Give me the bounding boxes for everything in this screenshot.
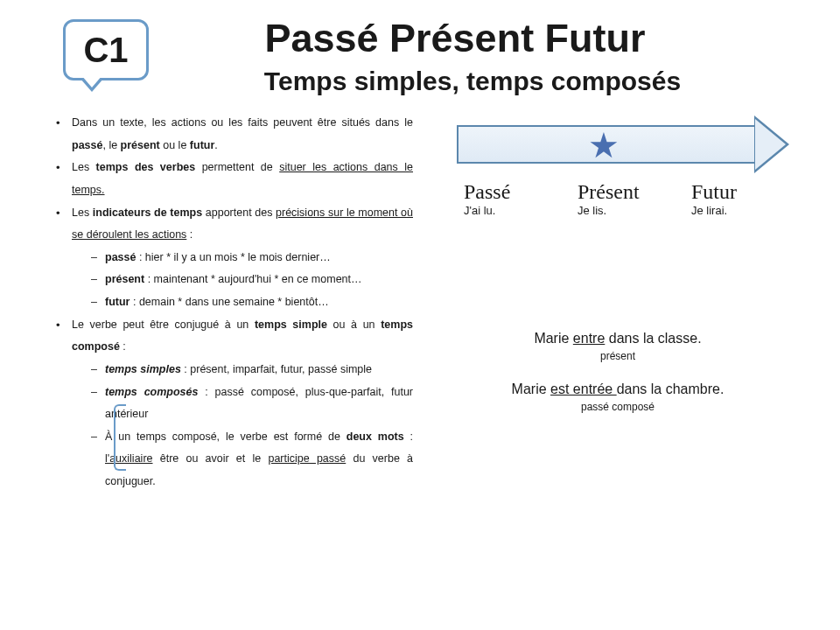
bullet-1: Dans un texte, les actions ou les faits … <box>52 112 413 157</box>
page-title: Passé Présent Futur <box>70 16 840 61</box>
timeline-col-present: Présent Je lis. <box>578 180 691 217</box>
bullet-4-1: temps simples : présent, imparfait, futu… <box>91 359 413 382</box>
bullet-list: Dans un texte, les actions ou les faits … <box>52 112 413 494</box>
star-icon: ★ <box>588 128 620 163</box>
bullet-2: Les temps des verbes permettent de situe… <box>52 157 413 201</box>
bullet-4-3: À un temps composé, le verbe est formé d… <box>91 426 413 494</box>
example-2: Marie est entrée dans la chambre. <box>430 382 805 397</box>
right-column: ★ Passé J'ai lu. Présent Je lis. Futur J… <box>430 112 805 494</box>
timeline-col-futur: Futur Je lirai. <box>691 180 779 217</box>
level-badge: C1 <box>63 19 149 80</box>
page-subtitle: Temps simples, temps composés <box>105 66 840 96</box>
brace-icon <box>114 404 126 471</box>
bullet-3-2: présent : maintenant * aujourd'hui * en … <box>91 269 413 291</box>
timeline-col-passe: Passé J'ai lu. <box>464 180 578 217</box>
content: Dans un texte, les actions ou les faits … <box>0 96 840 494</box>
timeline-arrow: ★ <box>457 117 788 172</box>
header: C1 Passé Présent Futur Temps simples, te… <box>0 0 840 96</box>
left-column: Dans un texte, les actions ou les faits … <box>52 112 413 494</box>
level-code: C1 <box>83 31 128 70</box>
examples: Marie entre dans la classe. présent Mari… <box>430 331 805 413</box>
arrow-head-icon <box>754 116 789 173</box>
bullet-3: Les indicateurs de temps apportent des p… <box>52 202 413 314</box>
bullet-4: Le verbe peut être conjugué à un temps s… <box>52 314 413 494</box>
example-1: Marie entre dans la classe. <box>430 331 805 346</box>
example-2-tag: passé composé <box>430 401 805 413</box>
timeline-labels: Passé J'ai lu. Présent Je lis. Futur Je … <box>464 180 779 217</box>
bullet-3-3: futur : demain * dans une semaine * bien… <box>91 291 413 314</box>
bullet-3-1: passé : hier * il y a un mois * le mois … <box>91 247 413 270</box>
bullet-4-2: temps composés : passé composé, plus-que… <box>91 382 413 426</box>
example-1-tag: présent <box>430 350 805 362</box>
